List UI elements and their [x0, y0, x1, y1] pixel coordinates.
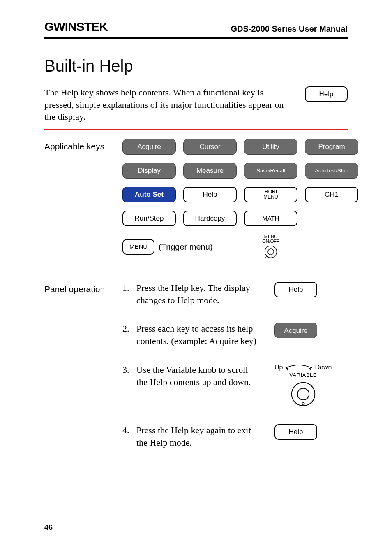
step-text: Use the Variable knob to scroll the Help… [136, 364, 258, 388]
trigger-menu-label: (Trigger menu) [159, 242, 213, 252]
svg-point-0 [265, 246, 277, 258]
display-key[interactable]: Display [122, 163, 176, 179]
help-key-intro: Help [305, 86, 348, 102]
svg-point-4 [302, 403, 304, 405]
header-rule [44, 37, 348, 39]
menu-onoff: MENU ON/OFF [244, 235, 297, 259]
ch1-key[interactable]: CH1 [305, 187, 358, 202]
applicable-label: Applicable keys [44, 139, 114, 259]
svg-point-1 [268, 249, 274, 255]
acquire-key-step2[interactable]: Acquire [274, 323, 317, 338]
step-num: 3. [122, 364, 131, 388]
cursor-key[interactable]: Cursor [183, 139, 237, 155]
auto-set-key[interactable]: Auto Set [122, 187, 176, 202]
step-num: 1. [122, 282, 131, 306]
menu-key[interactable]: MENU [122, 239, 154, 255]
save-recall-key[interactable]: Save/Recall [244, 163, 297, 179]
hori-line2: MENU [263, 195, 278, 200]
auto-test-key[interactable]: Auto test/Stop [305, 163, 358, 179]
step-text: Press the Help key. The display changes … [136, 282, 258, 306]
utility-key[interactable]: Utility [244, 139, 297, 155]
measure-key[interactable]: Measure [183, 163, 237, 179]
step-4: 4. Press the Help key again to exit the … [122, 424, 348, 448]
up-label: Up [274, 364, 283, 371]
step-num: 2. [122, 323, 131, 347]
red-divider [44, 129, 348, 130]
variable-label: VARIABLE [289, 372, 317, 378]
arrow-icon [284, 364, 313, 371]
intro-text: The Help key shows help contents. When a… [44, 86, 293, 123]
program-key[interactable]: Program [305, 139, 358, 155]
step-3: 3. Use the Variable knob to scroll the H… [122, 364, 348, 408]
step-text: Press each key to access its help conten… [136, 323, 258, 347]
math-key[interactable]: MATH [244, 211, 297, 226]
applicable-keys-section: Applicable keys Acquire Cursor Utility P… [44, 139, 348, 259]
steps-list: 1. Press the Help key. The display chang… [122, 282, 348, 448]
step-text: Press the Help key again to exit the Hel… [136, 424, 258, 448]
section-title: Built-in Help [44, 57, 348, 77]
help-key-grid[interactable]: Help [183, 187, 237, 202]
brand-logo: GWINSTEK [44, 20, 108, 34]
page-header: GWINSTEK GDS-2000 Series User Manual [44, 20, 348, 36]
svg-point-3 [297, 388, 309, 400]
acquire-key[interactable]: Acquire [122, 139, 176, 155]
intro-row: The Help key shows help contents. When a… [44, 86, 348, 123]
menu-onoff-label: MENU ON/OFF [262, 235, 279, 244]
variable-knob[interactable]: Up Down VARIABLE [274, 364, 332, 408]
panel-label: Panel operation [44, 282, 114, 465]
knob-icon [290, 381, 317, 408]
help-key[interactable]: Help [305, 86, 348, 102]
page-number: 46 [44, 523, 53, 532]
hori-menu-key[interactable]: HORIMENU [244, 187, 297, 202]
run-stop-key[interactable]: Run/Stop [122, 211, 176, 226]
step-num: 4. [122, 424, 131, 448]
step-2: 2. Press each key to access its help con… [122, 323, 348, 347]
help-key-step4[interactable]: Help [274, 424, 317, 440]
manual-title: GDS-2000 Series User Manual [231, 24, 348, 34]
panel-operation-section: Panel operation 1. Press the Help key. T… [44, 282, 348, 465]
menu-onoff-l2: ON/OFF [262, 239, 279, 244]
svg-point-2 [291, 383, 315, 406]
hardcopy-key[interactable]: Hardcopy [183, 211, 237, 226]
knob-direction-labels: Up Down [274, 364, 332, 371]
menu-onoff-knob-icon[interactable] [263, 244, 278, 259]
key-grid: Acquire Cursor Utility Program Display M… [122, 139, 358, 259]
down-label: Down [315, 364, 332, 371]
step-1: 1. Press the Help key. The display chang… [122, 282, 348, 306]
trigger-menu-row: MENU (Trigger menu) [122, 239, 237, 255]
section-divider [44, 272, 348, 272]
help-key-step1[interactable]: Help [274, 282, 317, 297]
